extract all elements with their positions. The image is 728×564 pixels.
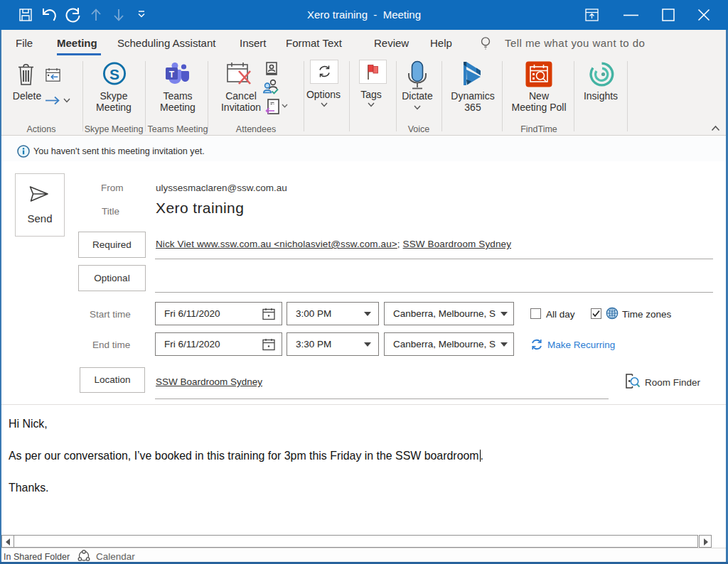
svg-text:T: T (169, 70, 175, 80)
svg-text:S: S (109, 66, 119, 82)
